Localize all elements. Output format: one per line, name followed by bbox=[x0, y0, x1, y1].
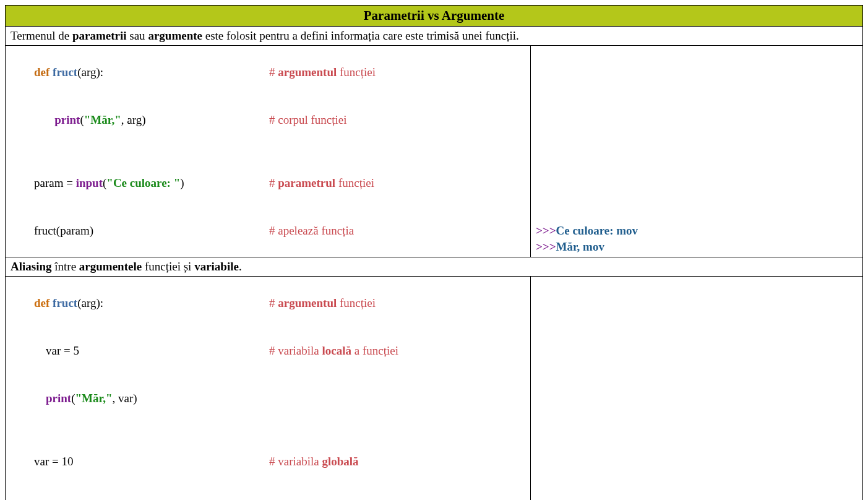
kw-print: print bbox=[46, 392, 71, 405]
args: , arg) bbox=[121, 113, 146, 126]
cmt-post: funcției bbox=[337, 296, 376, 309]
repl-prompt: >>> bbox=[536, 224, 556, 237]
kw-def: def bbox=[34, 296, 53, 309]
intro-mid1: sau bbox=[127, 29, 148, 42]
str-lit: "Ce culoare: " bbox=[106, 176, 180, 189]
aliasing-t3: . bbox=[239, 260, 242, 273]
code: var = 10 bbox=[34, 454, 269, 470]
str-lit: "Măr," bbox=[84, 113, 121, 126]
aliasing-b1: Aliasing bbox=[11, 260, 52, 273]
fn-args: (arg): bbox=[77, 66, 103, 79]
str-lit: "Măr," bbox=[75, 392, 113, 405]
cmt: # corpul funcției bbox=[269, 112, 347, 128]
aliasing-t1: între bbox=[52, 260, 79, 273]
output-text: Ce culoare: mov bbox=[556, 224, 638, 237]
indent bbox=[34, 113, 54, 126]
intro-b2: argumente bbox=[148, 29, 202, 42]
paren: ) bbox=[180, 176, 184, 189]
blank-line bbox=[11, 144, 525, 160]
kw-def: def bbox=[34, 66, 53, 79]
code: fruct(param) bbox=[34, 223, 269, 239]
kw-input: input bbox=[76, 176, 103, 189]
indent bbox=[34, 392, 46, 405]
cmt-b: parametrul bbox=[278, 176, 335, 189]
cmt-b: argumentul bbox=[278, 66, 337, 79]
intro-row: Termenul de parametrii sau argumente est… bbox=[6, 27, 862, 46]
aliasing-t2: funcției și bbox=[142, 260, 194, 273]
cmt-post: funcției bbox=[335, 176, 374, 189]
repl-prompt: >>> bbox=[536, 240, 556, 253]
fn-name: fruct bbox=[53, 66, 77, 79]
aliasing-row: Aliasing între argumentele funcției și v… bbox=[6, 257, 862, 277]
cmt-b: globală bbox=[322, 455, 358, 468]
cmt: # bbox=[269, 176, 278, 189]
blank-line bbox=[11, 422, 525, 438]
cmt: # apelează funcția bbox=[269, 223, 354, 239]
args: , var) bbox=[112, 392, 137, 405]
example1-code: def fruct(arg):# argumentul funcției pri… bbox=[6, 46, 531, 257]
cmt: # bbox=[269, 296, 278, 309]
example2-row: def fruct(arg):# argumentul funcției var… bbox=[6, 277, 862, 500]
intro-post: este folosit pentru a defini informația … bbox=[202, 29, 519, 42]
fn-args: (arg): bbox=[77, 296, 103, 309]
cmt-b: locală bbox=[322, 344, 351, 357]
cmt-post: a funcției bbox=[351, 344, 398, 357]
output-text: Măr, mov bbox=[556, 240, 604, 253]
example1-output: >>>Ce culoare: mov >>>Măr, mov bbox=[531, 220, 862, 257]
cmt-b: argumentul bbox=[278, 296, 337, 309]
kw-print: print bbox=[54, 113, 80, 126]
cmt: # variabila bbox=[269, 455, 322, 468]
code: var = 5 bbox=[46, 344, 79, 357]
cmt-post: funcției bbox=[337, 66, 376, 79]
main-table: Parametrii vs Argumente Termenul de para… bbox=[5, 5, 863, 500]
indent bbox=[34, 344, 46, 357]
intro-b1: parametrii bbox=[72, 29, 127, 42]
aliasing-b2: argumentele bbox=[79, 260, 142, 273]
fn-name: fruct bbox=[53, 296, 77, 309]
cmt: # variabila bbox=[269, 344, 322, 357]
code: param = bbox=[34, 176, 76, 189]
cmt: # bbox=[269, 66, 278, 79]
aliasing-b3: variabile bbox=[194, 260, 239, 273]
example2-code: def fruct(arg):# argumentul funcției var… bbox=[6, 277, 531, 500]
example1-row: def fruct(arg):# argumentul funcției pri… bbox=[6, 46, 862, 257]
intro-text: Termenul de bbox=[11, 29, 72, 42]
blank-line bbox=[11, 486, 525, 500]
table-header: Parametrii vs Argumente bbox=[6, 6, 862, 27]
